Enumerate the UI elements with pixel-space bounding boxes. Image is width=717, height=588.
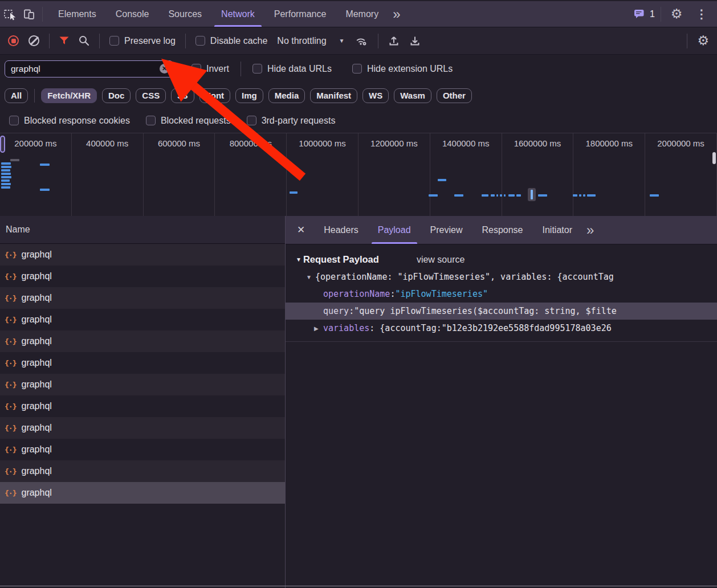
- preserve-log-toggle[interactable]: Preserve log: [109, 36, 176, 46]
- resource-type-filter-row: AllFetch/XHRDocCSSJSFontImgMediaManifest…: [0, 83, 717, 108]
- filter-row: ✕ Invert Hide data URLs Hide extension U…: [0, 55, 717, 83]
- detail-tab-preview[interactable]: Preview: [421, 216, 472, 244]
- detail-tab-payload[interactable]: Payload: [368, 216, 421, 244]
- tab-console[interactable]: Console: [106, 1, 159, 27]
- request-name: graphql: [21, 250, 51, 260]
- panel-split-divider[interactable]: [285, 216, 286, 588]
- waterfall-bar: [491, 194, 495, 197]
- request-row[interactable]: {·}graphql: [0, 482, 285, 504]
- more-panels-icon[interactable]: »: [388, 7, 405, 21]
- close-detail-icon[interactable]: ✕: [286, 224, 314, 236]
- network-conditions-icon[interactable]: [355, 35, 368, 46]
- issues-count[interactable]: 1: [650, 9, 655, 19]
- filter-chip-manifest[interactable]: Manifest: [310, 88, 357, 103]
- record-network-log-button[interactable]: [8, 35, 19, 46]
- overview-left-grip[interactable]: [0, 136, 5, 153]
- filter-chip-all[interactable]: All: [5, 88, 28, 103]
- filter-chip-ws[interactable]: WS: [362, 88, 389, 103]
- name-column-header[interactable]: Name: [0, 216, 285, 244]
- hide-data-urls-toggle[interactable]: Hide data URLs: [252, 64, 332, 74]
- filter-chip-font[interactable]: Font: [199, 88, 230, 103]
- clear-network-log-icon[interactable]: [28, 35, 39, 46]
- tab-elements[interactable]: Elements: [48, 1, 106, 27]
- invert-checkbox[interactable]: [192, 64, 201, 74]
- waterfall-bar: [1, 183, 11, 185]
- request-row[interactable]: {·}graphql: [0, 460, 285, 482]
- payload-line[interactable]: ▶variables: {accountTag: "b12e3b2192ee55…: [286, 320, 717, 337]
- request-row[interactable]: {·}graphql: [0, 374, 285, 395]
- filter-chip-js[interactable]: JS: [171, 88, 194, 103]
- throttling-dropdown[interactable]: No throttling ▼: [277, 36, 344, 46]
- filter-chip-img[interactable]: Img: [235, 88, 263, 103]
- tree-toggle-icon[interactable]: ▶: [314, 325, 323, 332]
- network-settings-gear-icon[interactable]: ⚙: [697, 34, 709, 47]
- tab-network[interactable]: Network: [211, 1, 264, 27]
- request-row[interactable]: {·}graphql: [0, 309, 285, 330]
- disable-cache-toggle[interactable]: Disable cache: [195, 36, 268, 46]
- filter-chip-other[interactable]: Other: [437, 88, 472, 103]
- tab-sources[interactable]: Sources: [158, 1, 211, 27]
- clear-filter-icon[interactable]: ✕: [160, 64, 169, 74]
- network-overview-timeline[interactable]: 200000 ms400000 ms600000 ms800000 ms1000…: [0, 133, 717, 217]
- tree-toggle-icon[interactable]: ▼: [306, 274, 315, 280]
- payload-line[interactable]: operationName: "ipFlowTimeseries": [286, 285, 717, 303]
- request-payload-section-header[interactable]: ▼ Request Payload view source: [296, 254, 717, 265]
- inspect-element-icon[interactable]: [0, 5, 19, 24]
- settings-gear-icon[interactable]: ⚙: [667, 5, 686, 24]
- waterfall-bar: [482, 194, 488, 197]
- request-row[interactable]: {·}graphql: [0, 287, 285, 309]
- device-toolbar-icon[interactable]: [19, 5, 39, 24]
- request-row[interactable]: {·}graphql: [0, 439, 285, 460]
- blocked-requests-checkbox[interactable]: [146, 116, 156, 125]
- filter-chip-wasm[interactable]: Wasm: [394, 88, 431, 103]
- hide-extension-urls-toggle[interactable]: Hide extension URLs: [352, 64, 453, 74]
- filter-chip-media[interactable]: Media: [268, 88, 305, 103]
- detail-tab-response[interactable]: Response: [472, 216, 532, 244]
- waterfall-bar: [1, 169, 10, 172]
- 3rd-party-requests-toggle[interactable]: 3rd-party requests: [247, 116, 336, 126]
- request-name: graphql: [21, 466, 51, 476]
- more-detail-tabs-icon[interactable]: »: [582, 223, 598, 237]
- request-name: graphql: [21, 401, 51, 411]
- import-har-icon[interactable]: [388, 35, 400, 47]
- filter-input[interactable]: [5, 60, 173, 77]
- waterfall-bar: [587, 194, 596, 197]
- request-row[interactable]: {·}graphql: [0, 352, 285, 374]
- tab-memory[interactable]: Memory: [336, 1, 388, 27]
- tab-performance[interactable]: Performance: [264, 1, 336, 27]
- invert-toggle[interactable]: Invert: [192, 64, 229, 74]
- payload-line[interactable]: query: "query ipFlowTimeseries($accountT…: [286, 303, 717, 320]
- fetch-xhr-icon: {·}: [5, 272, 16, 281]
- preserve-log-checkbox[interactable]: [109, 36, 119, 46]
- blocked-response-cookies-toggle[interactable]: Blocked response cookies: [9, 116, 130, 126]
- payload-line[interactable]: ▼{operationName: "ipFlowTimeseries", var…: [286, 268, 717, 285]
- request-row[interactable]: {·}graphql: [0, 330, 285, 352]
- export-har-icon[interactable]: [409, 35, 421, 47]
- view-source-link[interactable]: view source: [417, 255, 465, 265]
- toolbar-divider: [185, 34, 186, 48]
- timeline-column: 1200000 ms: [358, 133, 430, 217]
- filter-chip-css[interactable]: CSS: [136, 88, 166, 103]
- request-row[interactable]: {·}graphql: [0, 244, 285, 266]
- disable-cache-checkbox[interactable]: [195, 36, 205, 46]
- overview-right-grip[interactable]: [712, 152, 716, 164]
- detail-tab-initiator[interactable]: Initiator: [533, 216, 582, 244]
- customize-menu-icon[interactable]: ⋮: [692, 5, 711, 24]
- request-row[interactable]: {·}graphql: [0, 395, 285, 417]
- issues-message-icon[interactable]: [632, 5, 646, 24]
- request-row[interactable]: {·}graphql: [0, 266, 285, 287]
- 3rd-party-requests-checkbox[interactable]: [247, 116, 256, 125]
- triangle-down-icon[interactable]: ▼: [296, 256, 302, 263]
- search-icon[interactable]: [79, 35, 89, 46]
- filter-chip-fetch-xhr[interactable]: Fetch/XHR: [41, 88, 97, 103]
- hide-data-urls-checkbox[interactable]: [252, 64, 262, 74]
- detail-tab-headers[interactable]: Headers: [314, 216, 368, 244]
- filter-funnel-icon[interactable]: [59, 36, 69, 45]
- hide-extension-urls-checkbox[interactable]: [352, 64, 362, 74]
- request-row[interactable]: {·}graphql: [0, 417, 285, 439]
- hide-extension-urls-label: Hide extension URLs: [367, 64, 453, 74]
- filter-chip-doc[interactable]: Doc: [102, 88, 131, 103]
- blocked-requests-toggle[interactable]: Blocked requests: [146, 116, 231, 126]
- blocked-response-cookies-checkbox[interactable]: [9, 116, 19, 125]
- waterfall-bar: [531, 190, 533, 199]
